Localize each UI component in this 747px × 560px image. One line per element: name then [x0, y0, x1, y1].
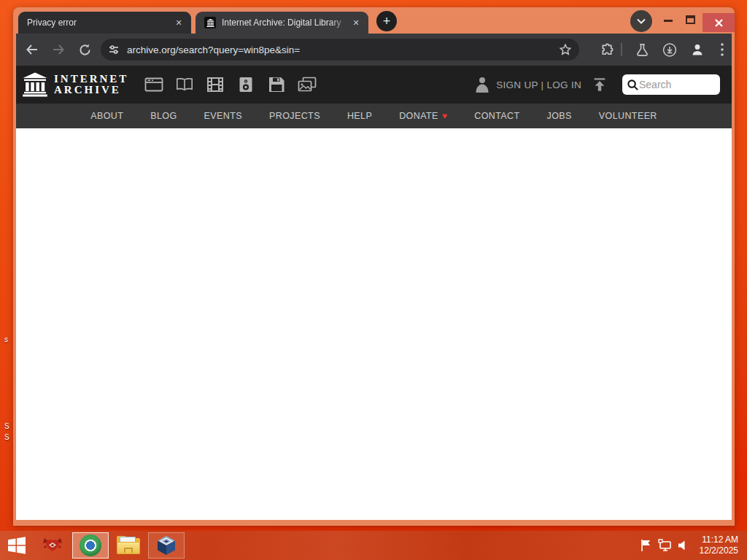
- nav-item-help[interactable]: HELP: [347, 111, 372, 121]
- nav-item-jobs[interactable]: JOBS: [547, 111, 572, 121]
- browser-menu-icon[interactable]: [715, 42, 729, 57]
- texts-icon[interactable]: [175, 77, 194, 93]
- extensions-icon[interactable]: [600, 42, 614, 57]
- nav-item-donate[interactable]: DONATE ♥: [399, 111, 447, 121]
- back-icon[interactable]: [25, 42, 39, 57]
- upload-icon[interactable]: [592, 77, 608, 93]
- desktop-icon-label-fragment: S: [4, 433, 9, 441]
- nav-item-blog[interactable]: BLOG: [150, 111, 177, 121]
- donate-label: DONATE: [399, 111, 438, 121]
- internet-archive-logo[interactable]: [22, 71, 48, 98]
- ia-search-box[interactable]: [622, 74, 720, 95]
- reload-icon[interactable]: [77, 42, 92, 57]
- tab-title: Privacy error: [27, 18, 172, 28]
- browser-toolbar: archive.org/search?query=win8pe&sin=: [16, 34, 732, 66]
- browser-tab-internet-archive[interactable]: Internet Archive: Digital Library ✕: [196, 12, 368, 34]
- nav-item-volunteer[interactable]: VOLUNTEER: [599, 111, 657, 121]
- windows-taskbar: 11:12 AM 12/2/2025: [0, 531, 747, 560]
- ia-search-input[interactable]: [639, 79, 712, 90]
- clock-date: 12/2/2025: [700, 545, 738, 556]
- nav-item-about[interactable]: ABOUT: [90, 111, 123, 121]
- window-close-button[interactable]: [703, 13, 735, 32]
- browser-titlebar[interactable]: Privacy error ✕ Internet Archive: Digita…: [13, 7, 735, 34]
- software-icon[interactable]: [267, 77, 286, 93]
- internet-archive-navbar: ABOUT BLOG EVENTS PROJECTS HELP DONATE ♥…: [16, 104, 732, 128]
- taskbar-chrome-icon[interactable]: [72, 532, 109, 559]
- ia-header-right: SIGN UP | LOG IN: [474, 74, 720, 95]
- toolbar-separator: [620, 42, 623, 57]
- media-type-icons: [144, 77, 317, 93]
- heart-icon: ♥: [442, 112, 448, 120]
- page-viewport: INTERNET ARCHIVE: [16, 66, 732, 520]
- video-icon[interactable]: [206, 77, 225, 93]
- volume-muted-icon[interactable]: [678, 539, 692, 552]
- nav-item-contact[interactable]: CONTACT: [474, 111, 519, 121]
- start-button[interactable]: [0, 531, 34, 560]
- internet-archive-wordmark[interactable]: INTERNET ARCHIVE: [54, 74, 128, 96]
- window-minimize-button[interactable]: [664, 20, 673, 22]
- taskbar-file-explorer-icon[interactable]: [110, 532, 147, 559]
- site-settings-icon[interactable]: [108, 44, 120, 55]
- internet-archive-favicon: [204, 17, 216, 28]
- new-tab-button[interactable]: +: [376, 11, 397, 31]
- bookmark-star-icon[interactable]: [559, 43, 572, 56]
- wordmark-line1: INTERNET: [54, 73, 128, 85]
- desktop-icon-label-fragment: S: [4, 422, 9, 430]
- address-bar[interactable]: archive.org/search?query=win8pe&sin=: [101, 39, 579, 61]
- taskbar-clock[interactable]: 11:12 AM 12/2/2025: [700, 534, 738, 556]
- audio-icon[interactable]: [236, 77, 255, 93]
- window-maximize-button[interactable]: [686, 15, 695, 24]
- web-icon[interactable]: [144, 77, 163, 93]
- page-content-blank: [16, 128, 732, 520]
- clock-time: 11:12 AM: [700, 534, 738, 545]
- url-text[interactable]: archive.org/search?query=win8pe&sin=: [127, 44, 559, 55]
- desktop-icon-label-fragment: s: [4, 335, 8, 343]
- system-tray: [640, 539, 692, 552]
- tab-title: Internet Archive: Digital Library: [222, 18, 349, 28]
- tab-close-icon[interactable]: ✕: [349, 16, 363, 29]
- user-icon: [474, 76, 490, 93]
- nav-item-projects[interactable]: PROJECTS: [269, 111, 320, 121]
- tab-search-chevron-icon[interactable]: [630, 10, 652, 32]
- forward-icon: [51, 42, 66, 57]
- taskbar-red-app-icon[interactable]: [34, 532, 71, 559]
- browser-window: Privacy error ✕ Internet Archive: Digita…: [13, 7, 735, 526]
- wordmark-line2: ARCHIVE: [54, 84, 121, 96]
- action-center-flag-icon[interactable]: [640, 539, 653, 552]
- labs-flask-icon[interactable]: [635, 42, 649, 57]
- network-status-icon[interactable]: [658, 539, 673, 552]
- downloads-icon[interactable]: [662, 42, 677, 57]
- nav-item-events[interactable]: EVENTS: [204, 111, 242, 121]
- signup-login-link[interactable]: SIGN UP | LOG IN: [496, 79, 581, 90]
- images-icon[interactable]: [298, 77, 317, 93]
- tab-close-icon[interactable]: ✕: [172, 16, 185, 29]
- taskbar-virtualbox-icon[interactable]: [148, 532, 185, 559]
- profile-avatar-icon[interactable]: [690, 42, 705, 57]
- internet-archive-header: INTERNET ARCHIVE: [16, 66, 732, 104]
- browser-tab-privacy-error[interactable]: Privacy error ✕: [18, 12, 191, 34]
